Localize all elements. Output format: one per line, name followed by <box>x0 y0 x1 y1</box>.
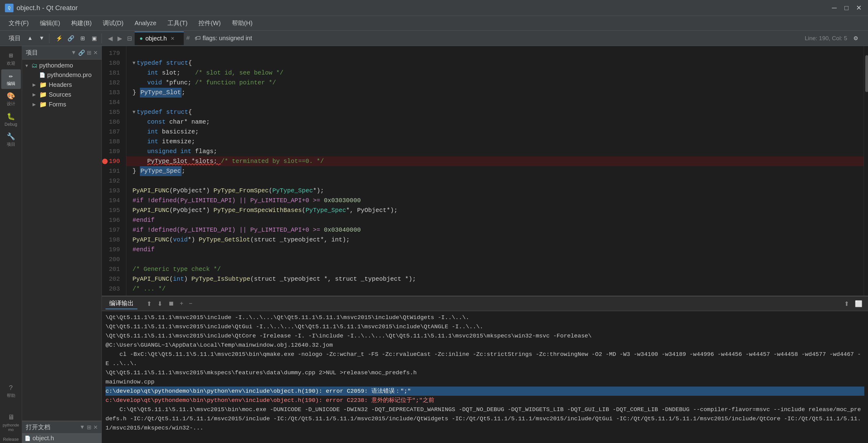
ln-189: 189 <box>102 147 122 156</box>
ln-203: 203 <box>102 284 122 294</box>
type-193: PyType_Spec <box>272 186 313 196</box>
project-add-btn[interactable]: ⊞ <box>87 50 91 56</box>
activity-project[interactable]: 🔧 项目 <box>1 130 21 150</box>
project-filter-btn[interactable]: ▼ <box>71 50 76 56</box>
build-content[interactable]: \Qt\Qt5.11.1\5.11.1\msvc2015\include -I.… <box>102 311 868 443</box>
minimize-button[interactable]: ─ <box>830 4 839 12</box>
fold-180[interactable]: ▼ <box>132 58 135 68</box>
fn-198: PyAPI_FUNC <box>132 235 169 245</box>
tab-prev[interactable]: ◀ <box>105 32 115 45</box>
pp-199: #endif <box>132 245 155 255</box>
activity-welcome[interactable]: ⊞ 欢迎 <box>1 49 21 69</box>
menu-analyze[interactable]: Analyze <box>130 18 161 29</box>
ln-185: 185 <box>102 107 122 117</box>
scrollbar-thumb[interactable] <box>865 55 868 92</box>
activity-help[interactable]: ? 帮助 <box>1 382 21 401</box>
link-btn[interactable]: 🔗 <box>66 33 76 43</box>
sources-label: Sources <box>49 91 71 98</box>
code-line-187: int basicsize; <box>126 127 864 137</box>
settings-btn[interactable]: ⚙ <box>851 33 861 43</box>
kw-struct-180: struct <box>166 58 188 68</box>
kw-int-202: int <box>173 274 184 284</box>
title-bar: Q object.h - Qt Creator ─ □ ✕ <box>0 0 868 16</box>
project-close-btn[interactable]: ✕ <box>93 50 98 56</box>
tree-item-root[interactable]: ▼ 🗂 pythondemo <box>22 61 101 70</box>
tree-item-sources[interactable]: ▶ 📁 Sources <box>22 90 101 99</box>
name-186: char* name; <box>166 117 210 127</box>
pfunc-182: *pfunc; <box>162 78 195 88</box>
indent-182 <box>132 78 147 88</box>
pp-197: #if !defined(Py_LIMITED_API) || Py_LIMIT… <box>132 225 324 235</box>
open-file-object-h[interactable]: 📄 object.h <box>22 434 101 443</box>
code-line-199: #endif <box>126 245 864 255</box>
edit-icon: ✏ <box>9 72 13 80</box>
build-tab-compile[interactable]: 编译输出 <box>105 298 137 309</box>
tab-split[interactable]: ⊟ <box>125 32 135 45</box>
ln-181: 181 <box>102 68 122 78</box>
build-down-btn[interactable]: ⬇ <box>155 299 164 308</box>
fold-185[interactable]: ▼ <box>132 107 135 117</box>
project-selector-section: 项目 ▲ ▼ <box>4 33 50 43</box>
tab-close-btn[interactable]: ✕ <box>170 36 175 41</box>
build-type-label: Release <box>3 437 19 443</box>
cmt-190: /* terminated by slot==0. */ <box>221 156 324 166</box>
project-link-btn[interactable]: 🔗 <box>78 50 85 56</box>
filter-btn[interactable]: ⚡ <box>54 33 64 43</box>
menu-file[interactable]: 文件(F) <box>4 17 34 29</box>
headers-folder-icon: 📁 <box>39 81 47 88</box>
end-193: *); <box>313 186 324 196</box>
line-numbers: 179 180 181 182 183 184 185 186 187 188 … <box>102 46 126 296</box>
build-remove-btn[interactable]: − <box>187 299 194 308</box>
project-selector-down[interactable]: ▼ <box>37 33 46 43</box>
project-selector-up[interactable]: ▲ <box>25 33 35 43</box>
activity-design[interactable]: 🎨 设计 <box>1 90 21 109</box>
build-collapse-btn[interactable]: ⬆ <box>842 299 851 308</box>
type-195: PyType_Spec <box>306 206 346 215</box>
cmt-203: /* ... */ <box>132 284 166 294</box>
open-files-close-btn[interactable]: ✕ <box>93 424 98 431</box>
build-panel-actions: ⬆ ⬇ ⏹ + − <box>145 299 194 308</box>
kw-void-198: void <box>173 235 188 245</box>
menu-help[interactable]: 帮助(H) <box>227 17 258 29</box>
tab-file-icon: ● <box>140 35 143 42</box>
menu-build[interactable]: 构建(B) <box>66 17 97 29</box>
kw-unsigned-189: unsigned <box>147 147 177 156</box>
open-files-filter-btn[interactable]: ▼ <box>80 424 85 431</box>
ln-197: 197 <box>102 225 122 235</box>
menu-tools[interactable]: 工具(T) <box>162 17 193 29</box>
tree-item-headers[interactable]: ▶ 📁 Headers <box>22 80 101 90</box>
build-stop-btn[interactable]: ⏹ <box>166 299 176 308</box>
editor-scrollbar[interactable] <box>864 46 868 296</box>
build-up-btn[interactable]: ⬆ <box>145 299 154 308</box>
code-line-190: PyType_Slot *slots; /* terminated by slo… <box>126 156 864 166</box>
menu-debug[interactable]: 调试(D) <box>98 17 128 29</box>
device-selector[interactable]: 🖥 pythondemo <box>1 409 21 436</box>
menu-controls[interactable]: 控件(W) <box>193 17 225 29</box>
close-button[interactable]: ✕ <box>855 4 863 12</box>
num-197: 0x03040000 <box>324 225 361 235</box>
build-error-line-1: c:\develop\qt\pythondemo\bin\python\env\… <box>105 387 864 396</box>
project-tree: ▼ 🗂 pythondemo 📄 pythondemo.pro ▶ 📁 Head… <box>22 60 101 421</box>
activity-debug[interactable]: 🐛 Debug <box>1 110 21 129</box>
cmt-182: /* function pointer */ <box>195 78 276 88</box>
menu-edit[interactable]: 编辑(E) <box>35 17 65 29</box>
tab-object-h[interactable]: ● object.h ✕ <box>135 32 184 45</box>
code-line-197: #if !defined(Py_LIMITED_API) || Py_LIMIT… <box>126 225 864 235</box>
code-content[interactable]: ▼ typedef struct { int slot; /* slot id,… <box>126 46 864 296</box>
activity-debug-label: Debug <box>5 122 17 127</box>
build-maximize-btn[interactable]: ⬜ <box>853 299 864 308</box>
kw-int-188: int <box>147 137 158 147</box>
activity-edit[interactable]: ✏ 编辑 <box>1 69 21 89</box>
tree-item-pro[interactable]: 📄 pythondemo.pro <box>22 70 101 80</box>
ptr-198: *) <box>188 235 199 245</box>
collapse-btn[interactable]: ▣ <box>89 33 99 43</box>
build-add-btn[interactable]: + <box>178 299 185 308</box>
code-line-203: /* ... */ <box>126 284 864 294</box>
maximize-button[interactable]: □ <box>842 4 851 12</box>
open-file-label: object.h <box>32 435 54 442</box>
tree-item-forms[interactable]: ▶ 📁 Forms <box>22 99 101 109</box>
tab-next[interactable]: ▶ <box>115 32 125 45</box>
open-files-add-btn[interactable]: ⊞ <box>87 424 91 431</box>
expand-btn[interactable]: ⊞ <box>78 33 87 43</box>
pro-label: pythondemo.pro <box>47 71 92 79</box>
